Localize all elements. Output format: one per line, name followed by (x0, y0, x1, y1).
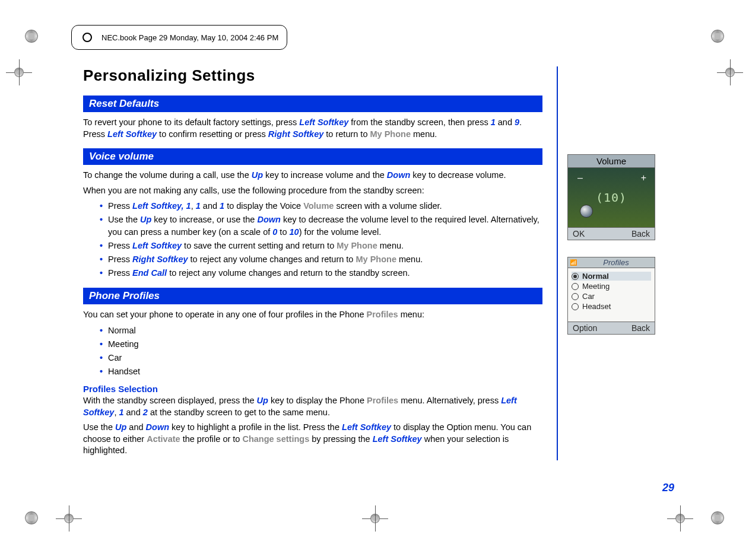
softkey-back: Back (631, 323, 650, 333)
page-number: 29 (662, 482, 674, 494)
section-phone-profiles: Phone Profiles (83, 288, 542, 304)
profile-option: Normal (582, 272, 609, 281)
list-item: Press End Call to reject any volume chan… (100, 267, 542, 279)
softkey-back: Back (631, 229, 650, 238)
voice-p1: To change the volume during a call, use … (83, 170, 542, 182)
framemaker-header: NEC.book Page 29 Monday, May 10, 2004 2:… (71, 25, 287, 50)
section-voice-volume: Voice volume (83, 148, 542, 165)
list-item: Meeting (100, 338, 542, 351)
voice-p2: When you are not making any calls, use t… (83, 185, 542, 197)
radio-icon (572, 303, 579, 310)
list-item: Press Left Softkey to save the current s… (100, 240, 542, 252)
profiles-p2: With the standby screen displayed, press… (83, 395, 542, 418)
radio-selected-icon (572, 273, 579, 280)
main-content: Personalizing Settings Reset Defaults To… (83, 66, 558, 460)
plus-icon: + (641, 173, 646, 183)
volume-title: Volume (568, 155, 655, 168)
radio-icon (572, 283, 579, 290)
softkey-option: Option (573, 323, 597, 333)
screenshot-column: Volume – + (10) OK Back 📶 Profiles Norma… (558, 66, 653, 346)
profiles-p3: Use the Up and Down key to highlight a p… (83, 422, 542, 457)
profile-option: Meeting (582, 282, 610, 291)
section-reset-defaults: Reset Defaults (83, 96, 542, 112)
radio-icon (572, 293, 579, 300)
voice-steps-list: Press Left Softkey, 1, 1 and 1 to displa… (100, 200, 542, 279)
softkey-ok: OK (573, 229, 585, 238)
print-mark-icon (711, 30, 724, 43)
list-item: Normal (100, 324, 542, 337)
header-text: NEC.book Page 29 Monday, May 10, 2004 2:… (101, 33, 278, 42)
profiles-title: Profiles (579, 258, 653, 267)
minus-icon: – (577, 173, 583, 183)
volume-body: – + (10) (568, 168, 655, 227)
sun-icon (80, 30, 94, 44)
reset-paragraph: To revert your phone to its default fact… (83, 117, 542, 140)
signal-icon: 📶 (570, 259, 577, 266)
register-mark-icon (56, 505, 82, 532)
register-mark-icon (667, 505, 693, 532)
profiles-p1: You can set your phone to operate in any… (83, 309, 542, 321)
profiles-body: Normal Meeting Car Headset (568, 268, 655, 322)
list-item: Use the Up key to increase, or use the D… (100, 214, 542, 238)
page-title: Personalizing Settings (83, 66, 542, 85)
profile-option: Car (582, 292, 595, 301)
volume-knob-icon (580, 205, 593, 218)
print-mark-icon (25, 30, 38, 43)
register-mark-icon (362, 505, 388, 532)
volume-screenshot: Volume – + (10) OK Back (567, 154, 655, 240)
profiles-list: Normal Meeting Car Handset (100, 324, 542, 378)
volume-value: (10) (594, 190, 629, 205)
print-mark-icon (25, 511, 38, 524)
register-mark-icon (717, 59, 743, 85)
list-item: Car (100, 352, 542, 364)
register-mark-icon (6, 59, 32, 85)
profile-option: Headset (582, 302, 611, 311)
list-item: Handset (100, 365, 542, 378)
list-item: Press Right Softkey to reject any volume… (100, 253, 542, 266)
list-item: Press Left Softkey, 1, 1 and 1 to displa… (100, 200, 542, 212)
profiles-selection-subhead: Profiles Selection (83, 384, 542, 394)
print-mark-icon (711, 511, 724, 524)
profiles-screenshot: 📶 Profiles Normal Meeting Car Headset Op… (567, 257, 655, 335)
